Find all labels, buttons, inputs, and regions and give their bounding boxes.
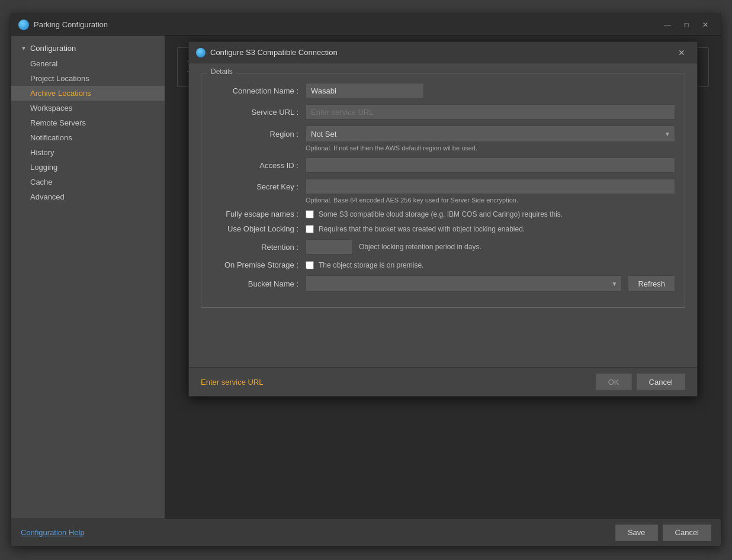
use-object-locking-desc: Requires that the bucket was created wit… bbox=[319, 225, 525, 233]
fully-escape-row: Fully escape names : Some S3 compatible … bbox=[211, 210, 675, 218]
connection-name-label: Connection Name : bbox=[211, 86, 306, 95]
main-content: ▼ Configuration General Project Location… bbox=[11, 36, 721, 519]
fully-escape-label: Fully escape names : bbox=[211, 210, 306, 218]
cancel-button[interactable]: Cancel bbox=[637, 374, 685, 390]
region-label: Region : bbox=[211, 130, 306, 139]
expand-arrow-icon: ▼ bbox=[21, 45, 27, 52]
sidebar-item-archive-locations[interactable]: Archive Locations bbox=[11, 86, 165, 101]
save-button[interactable]: Save bbox=[615, 524, 658, 541]
modal-overlay: Configure S3 Compatible Connection ✕ Det… bbox=[165, 36, 721, 519]
bucket-select-wrapper: ▼ bbox=[306, 275, 622, 292]
bucket-name-row: Bucket Name : ▼ Refresh bbox=[211, 275, 675, 292]
connection-name-row: Connection Name : bbox=[211, 83, 675, 98]
window-title: Parking Configuration bbox=[34, 20, 659, 29]
on-premise-label: On Premise Storage : bbox=[211, 260, 306, 269]
modal-body: Details Connection Name : Service URL : bbox=[189, 63, 697, 367]
ok-button[interactable]: OK bbox=[596, 374, 632, 390]
bucket-name-label: Bucket Name : bbox=[211, 279, 306, 288]
close-button[interactable]: ✕ bbox=[697, 18, 714, 31]
fully-escape-checkbox[interactable] bbox=[306, 210, 314, 218]
sidebar-item-logging[interactable]: Logging bbox=[11, 160, 165, 175]
retention-desc: Object locking retention period in days. bbox=[359, 243, 481, 251]
access-id-input[interactable] bbox=[306, 157, 675, 173]
on-premise-row: On Premise Storage : The object storage … bbox=[211, 260, 675, 269]
use-object-locking-checkbox[interactable] bbox=[306, 225, 314, 233]
modal-title-bar: Configure S3 Compatible Connection ✕ bbox=[189, 42, 697, 63]
modal-title: Configure S3 Compatible Connection bbox=[210, 48, 673, 57]
details-group: Details Connection Name : Service URL : bbox=[201, 73, 685, 308]
maximize-button[interactable]: □ bbox=[678, 18, 695, 31]
fully-escape-desc: Some S3 compatible cloud storage (e.g. I… bbox=[319, 210, 563, 218]
main-cancel-button[interactable]: Cancel bbox=[663, 524, 711, 541]
service-url-row: Service URL : bbox=[211, 104, 675, 120]
use-object-locking-label: Use Object Locking : bbox=[211, 224, 306, 233]
secret-key-row: Secret Key : bbox=[211, 179, 675, 194]
app-icon bbox=[18, 20, 29, 30]
sidebar-item-workspaces[interactable]: Workspaces bbox=[11, 101, 165, 115]
retention-label: Retention : bbox=[211, 243, 306, 252]
on-premise-checkbox[interactable] bbox=[306, 261, 314, 269]
access-id-label: Access ID : bbox=[211, 161, 306, 170]
sidebar-item-remote-servers[interactable]: Remote Servers bbox=[11, 115, 165, 130]
configuration-help-link[interactable]: Configuration Help bbox=[21, 528, 85, 537]
region-row: Region : Not Set us-east-1 us-west-1 us-… bbox=[211, 125, 675, 142]
bucket-name-select[interactable] bbox=[306, 275, 622, 292]
service-url-input[interactable] bbox=[306, 104, 675, 120]
modal-icon bbox=[196, 48, 206, 57]
footer-status-text: Enter service URL bbox=[201, 378, 591, 387]
sidebar: ▼ Configuration General Project Location… bbox=[11, 36, 165, 519]
details-group-label: Details bbox=[207, 67, 236, 76]
main-window: Parking Configuration — □ ✕ ▼ Configurat… bbox=[11, 14, 721, 546]
sidebar-section-label: Configuration bbox=[30, 44, 76, 53]
sidebar-item-notifications[interactable]: Notifications bbox=[11, 130, 165, 145]
use-object-locking-row: Use Object Locking : Requires that the b… bbox=[211, 224, 675, 233]
region-select[interactable]: Not Set us-east-1 us-west-1 us-west-2 eu… bbox=[306, 125, 675, 142]
sidebar-item-project-locations[interactable]: Project Locations bbox=[11, 71, 165, 86]
sidebar-item-general[interactable]: General bbox=[11, 56, 165, 71]
modal-close-button[interactable]: ✕ bbox=[673, 46, 690, 59]
configure-s3-modal: Configure S3 Compatible Connection ✕ Det… bbox=[188, 41, 698, 397]
access-id-row: Access ID : bbox=[211, 157, 675, 173]
window-controls: — □ ✕ bbox=[659, 18, 714, 31]
sidebar-item-advanced[interactable]: Advanced bbox=[11, 189, 165, 204]
retention-row: Retention : Object locking retention per… bbox=[211, 239, 675, 255]
title-bar: Parking Configuration — □ ✕ bbox=[11, 14, 721, 36]
secret-key-input[interactable] bbox=[306, 179, 675, 194]
sidebar-item-history[interactable]: History bbox=[11, 145, 165, 160]
service-url-label: Service URL : bbox=[211, 108, 306, 117]
modal-footer: Enter service URL OK Cancel bbox=[189, 367, 697, 396]
region-select-wrapper: Not Set us-east-1 us-west-1 us-west-2 eu… bbox=[306, 125, 675, 142]
secret-key-hint: Optional. Base 64 encoded AES 256 key us… bbox=[306, 197, 675, 204]
bottom-bar: Configuration Help Save Cancel bbox=[11, 519, 721, 546]
sidebar-section-configuration[interactable]: ▼ Configuration bbox=[11, 40, 165, 56]
connection-name-input[interactable] bbox=[306, 83, 424, 98]
retention-input[interactable] bbox=[306, 239, 353, 255]
on-premise-desc: The object storage is on premise. bbox=[319, 261, 423, 269]
secret-key-label: Secret Key : bbox=[211, 182, 306, 191]
refresh-button[interactable]: Refresh bbox=[628, 275, 675, 292]
minimize-button[interactable]: — bbox=[659, 18, 676, 31]
main-panel: Archive Locations This application can b… bbox=[165, 36, 721, 519]
sidebar-item-cache[interactable]: Cache bbox=[11, 175, 165, 189]
region-hint: Optional. If not set then the AWS defaul… bbox=[306, 144, 675, 152]
